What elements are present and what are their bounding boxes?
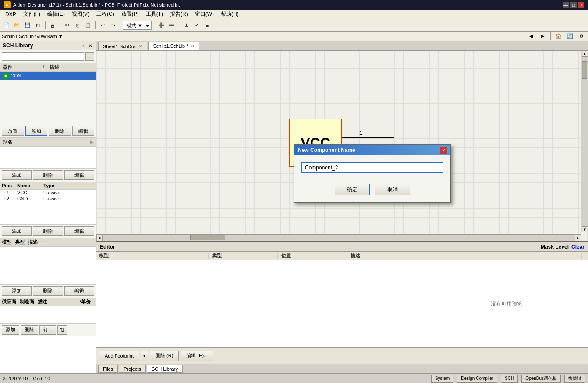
new-component-dialog: New Component Name ✕ 确定 取消	[294, 144, 451, 203]
dialog-ok-button[interactable]: 确定	[335, 184, 370, 195]
dialog-body	[294, 155, 450, 180]
dialog-cancel-button[interactable]: 取消	[375, 184, 410, 195]
dialog-overlay: New Component Name ✕ 确定 取消	[0, 0, 588, 383]
component-name-input[interactable]	[301, 162, 443, 173]
dialog-close-button[interactable]: ✕	[440, 147, 447, 154]
dialog-title: New Component Name	[298, 147, 355, 153]
dialog-title-bar[interactable]: New Component Name ✕	[294, 145, 450, 155]
dialog-buttons: 确定 取消	[294, 180, 450, 202]
